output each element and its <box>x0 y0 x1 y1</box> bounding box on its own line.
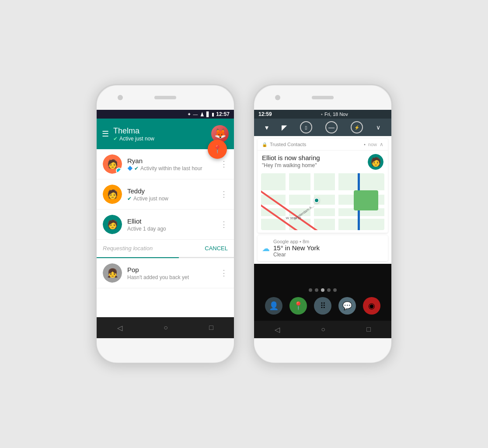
home-screen-dark: 👤 📍 ⠿ 💬 ◉ <box>254 264 391 321</box>
notif-chevron-icon[interactable]: ∧ <box>380 141 383 147</box>
bluetooth-icon: ✦ <box>187 112 191 117</box>
recents-button-2[interactable]: □ <box>366 326 371 333</box>
app-header-1: ☰ Thelma ✔ Active just now 🦊 📍 <box>97 119 234 149</box>
list-item[interactable]: 🧑 Elliot Active 1 day ago ⋮ <box>97 210 234 240</box>
flashlight-symbol: ⚡ <box>354 125 359 130</box>
avatar-elliot-notif: 🧑 <box>368 154 383 170</box>
contact-name-teddy: Teddy <box>127 187 220 195</box>
notif-time: now <box>368 142 377 147</box>
map-park <box>354 190 378 210</box>
weather-description: Clear <box>273 252 383 258</box>
volume-up-button[interactable] <box>95 138 96 149</box>
phone-2: 12:59 • Fri, 18 Nov ▾ ◤ ▯ — ⚡ ∨ 🔒 Truste… <box>253 84 393 364</box>
dock-hangouts-app[interactable]: 💬 <box>338 297 356 315</box>
contact-status-pop: Hasn't added you back yet <box>127 274 220 280</box>
status-bar-2: 12:59 • Fri, 18 Nov <box>254 110 391 119</box>
more-options-icon[interactable]: ⋮ <box>220 220 228 229</box>
header-title-area: Thelma ✔ Active just now <box>113 126 207 142</box>
check-icon: ✔ <box>113 136 118 142</box>
dock-launcher-app[interactable]: ⠿ <box>314 297 331 315</box>
weather-temperature: 15° in New York <box>273 244 383 252</box>
dock-contacts-app[interactable]: 👤 <box>265 297 282 315</box>
contact-name-pop: Pop <box>127 266 220 273</box>
header-contact-name: Thelma <box>113 126 207 136</box>
status-time: 12:57 <box>216 111 230 117</box>
more-options-icon[interactable]: ⋮ <box>220 159 228 169</box>
dock-maps-app[interactable]: 📍 <box>289 297 307 315</box>
contact-status-ryan: 🔷 ✔ Activity within the last hour <box>127 165 220 172</box>
bottom-nav-2: ◁ ○ □ <box>254 321 391 338</box>
contact-avatar-teddy: 🧑 <box>103 185 122 204</box>
back-button[interactable]: ◁ <box>117 324 122 332</box>
battery-icon: ▮ <box>212 112 214 117</box>
status-date: Fri, 18 Nov <box>324 112 387 117</box>
minus-icon: — <box>193 112 198 117</box>
battery-icon: ▯ <box>300 121 312 133</box>
map-preview[interactable]: Amsterdam A... W 96th St <box>261 173 384 230</box>
volume-down-button[interactable] <box>253 153 253 164</box>
badge-icon: 🔷 <box>127 166 132 171</box>
status-bar-1: ✦ — ▋ ▮ 12:57 <box>97 110 234 119</box>
map-road <box>310 173 314 230</box>
volume-up-button[interactable] <box>253 138 253 149</box>
google-app-label: Google app <box>273 239 298 244</box>
page-dot-active <box>321 288 324 292</box>
home-button-2[interactable]: ○ <box>321 326 325 333</box>
menu-icon[interactable]: ☰ <box>102 129 109 139</box>
contact-avatar-pop: 👧 <box>103 263 122 283</box>
contact-name-ryan: Ryan <box>127 157 220 164</box>
contacts-icon: 👤 <box>269 301 279 311</box>
contact-info-teddy: Teddy ✔ Active just now <box>127 187 220 202</box>
front-camera-2 <box>275 95 280 100</box>
teddy-status-text: Active just now <box>133 196 168 202</box>
minus-circle: — <box>328 124 335 131</box>
signal-icon <box>199 112 205 116</box>
power-button[interactable] <box>235 142 235 158</box>
phone2-screen: 12:59 • Fri, 18 Nov ▾ ◤ ▯ — ⚡ ∨ 🔒 Truste… <box>254 110 391 338</box>
header-status: ✔ Active just now <box>113 136 207 142</box>
phone-1: ✦ — ▋ ▮ 12:57 ☰ Thelma ✔ Active just now… <box>95 84 235 364</box>
volume-down-button[interactable] <box>95 153 96 164</box>
lock-icon: 🔒 <box>262 142 267 147</box>
signal-bars-icon: ▋ <box>206 112 210 117</box>
contact-status-teddy: ✔ Active just now <box>127 196 220 202</box>
weather-card[interactable]: ☁ Google app • 8m 15° in New York Clear <box>258 235 388 261</box>
pop-status-text: Hasn't added you back yet <box>127 274 189 280</box>
notif-header: 🔒 Trusted Contacts • now ∧ <box>258 139 388 150</box>
check-icon: ✔ <box>127 196 132 202</box>
back-button-2[interactable]: ◁ <box>275 326 280 334</box>
location-fab-button[interactable]: 📍 <box>208 140 227 159</box>
location-dot <box>314 198 319 203</box>
avatar-teddy: 🧑 <box>103 185 122 204</box>
list-item[interactable]: 🧑 Teddy ✔ Active just now ⋮ <box>97 179 234 210</box>
chrome-icon: ◉ <box>368 301 375 311</box>
expand-icon[interactable]: ∨ <box>376 124 380 131</box>
power-button[interactable] <box>392 142 393 158</box>
recents-button[interactable]: □ <box>209 324 213 332</box>
earpiece-speaker <box>154 96 176 99</box>
status-time-2: 12:59 <box>258 111 321 117</box>
contact-info-ryan: Ryan 🔷 ✔ Activity within the last hour <box>127 157 220 172</box>
avatar-elliot: 🧑 <box>103 215 122 234</box>
home-button[interactable]: ○ <box>164 324 168 332</box>
bottom-nav-1: ◁ ○ □ <box>97 317 234 338</box>
phone1-screen: ✦ — ▋ ▮ 12:57 ☰ Thelma ✔ Active just now… <box>97 110 234 338</box>
dock-chrome-app[interactable]: ◉ <box>363 297 380 315</box>
notification-card-trusted-contacts[interactable]: 🔒 Trusted Contacts • now ∧ Elliot is now… <box>258 139 388 233</box>
hangouts-icon: 💬 <box>342 301 352 311</box>
flashlight-icon: ⚡ <box>351 121 363 133</box>
page-dot <box>315 288 318 292</box>
contact-avatar-elliot: 🧑 <box>103 215 122 234</box>
requesting-location-text: Requesting location <box>103 245 153 252</box>
cancel-button[interactable]: CANCEL <box>205 245 228 252</box>
more-options-icon[interactable]: ⋮ <box>220 268 228 278</box>
notif-subtitle: "Hey I'm walking home" <box>262 162 364 168</box>
map-background: Amsterdam A... W 96th St <box>261 173 384 230</box>
list-item[interactable]: 👧 Pop Hasn't added you back yet ⋮ <box>97 258 234 288</box>
page-dot <box>309 288 312 292</box>
notif-title: Elliot is now sharing <box>262 154 364 161</box>
avatar-badge-ryan <box>116 168 122 174</box>
cloud-icon: ☁ <box>262 244 270 253</box>
map-label-96th: W 96th St <box>286 216 301 220</box>
more-options-icon[interactable]: ⋮ <box>220 189 228 199</box>
